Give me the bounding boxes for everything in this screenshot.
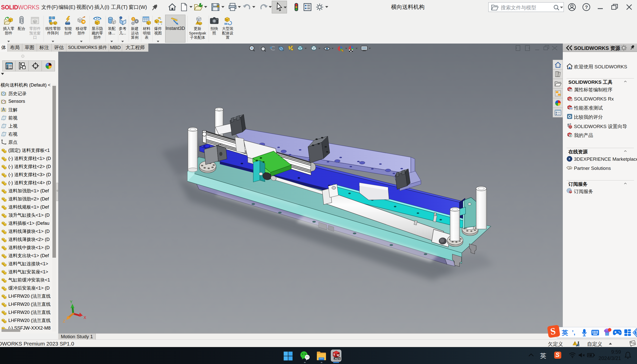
svg-text:!: ! [574, 342, 575, 345]
svg-text:SW: SW [570, 191, 572, 193]
svg-text:Rx: Rx [570, 99, 573, 101]
svg-text:X: X [84, 315, 86, 320]
svg-text:?: ? [585, 5, 588, 10]
svg-text:!: ! [218, 5, 218, 8]
svg-text:Y: Y [70, 300, 72, 305]
svg-text:2023: 2023 [334, 357, 340, 360]
svg-text:W: W [337, 354, 339, 357]
svg-text:A: A [289, 48, 292, 52]
svg-text:SW: SW [569, 126, 572, 128]
svg-text:S: S [333, 353, 335, 356]
svg-text:Z: Z [63, 319, 65, 324]
svg-text:Rx: Rx [570, 107, 573, 110]
svg-text:!: ! [197, 22, 198, 24]
